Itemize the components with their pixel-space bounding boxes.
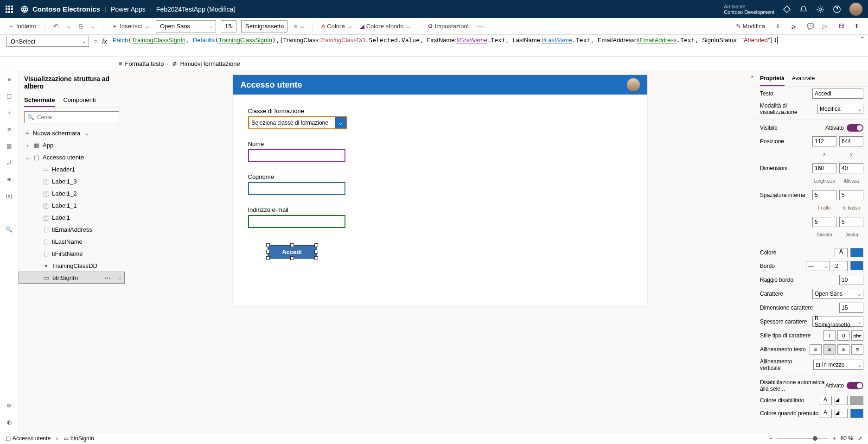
tab-properties[interactable]: Proprietà <box>760 71 785 86</box>
property-select[interactable]: OnSelect <box>6 36 89 47</box>
settings-button[interactable]: ⚙Impostazioni <box>426 22 471 31</box>
border-style-select[interactable]: — <box>806 261 830 271</box>
bell-icon[interactable] <box>799 5 808 13</box>
signin-button[interactable]: Accedi <box>268 245 317 259</box>
pos-y-input[interactable]: 644 <box>839 136 863 146</box>
pad-left-input[interactable]: 5 <box>812 217 836 227</box>
share-icon[interactable]: ⇪ <box>775 23 783 30</box>
user-avatar[interactable] <box>849 3 862 16</box>
zoom-slider[interactable] <box>777 438 828 439</box>
insert-icon[interactable]: ＋ <box>5 108 13 117</box>
email-input[interactable] <box>248 215 345 228</box>
undo-button[interactable]: ↶ <box>51 22 60 31</box>
gear-icon[interactable] <box>816 5 824 13</box>
valign-select[interactable]: ⊟In mezzo <box>813 360 863 370</box>
font-weight-select[interactable]: Semigrassetto <box>241 20 287 32</box>
pressed-fill-swatch[interactable] <box>850 409 863 418</box>
italic-button[interactable]: I <box>823 330 836 341</box>
color-button[interactable]: AColore⌵ <box>319 22 353 31</box>
border-width-input[interactable]: 2 <box>833 261 848 271</box>
radius-input[interactable]: 10 <box>839 275 863 285</box>
font-select[interactable]: Open Sans <box>156 20 216 32</box>
preview-icon[interactable]: ▷ <box>823 23 830 30</box>
tree-item-header[interactable]: ▭Header1 <box>19 163 125 175</box>
tree-item-btn[interactable]: ▭btnSignIn⋯ <box>19 272 125 284</box>
disabled-fill-swatch[interactable] <box>850 396 863 405</box>
bc-control[interactable]: ▭btnSignIn <box>64 435 94 442</box>
fontweight-select[interactable]: B Semigrassetto <box>812 317 863 327</box>
width-input[interactable]: 160 <box>812 163 836 173</box>
visible-toggle[interactable] <box>847 124 863 132</box>
canvas[interactable]: Accesso utente Classe di formazione Sele… <box>233 75 647 306</box>
fit-icon[interactable]: ⤢ <box>858 435 862 442</box>
undo-dropdown[interactable]: ⌵ <box>65 22 72 31</box>
align-justify-button[interactable]: ≣ <box>851 344 863 355</box>
fontsize-input[interactable]: 15 <box>839 303 863 313</box>
prop-text-input[interactable]: Accedi <box>812 89 863 99</box>
paste-dropdown[interactable]: ⌵ <box>89 22 96 31</box>
height-input[interactable]: 40 <box>839 163 863 173</box>
ask-icon[interactable]: ◐ <box>5 418 13 426</box>
comment-icon[interactable]: 💬 <box>807 23 814 30</box>
canvas-expand-icon[interactable]: › <box>751 73 753 80</box>
new-screen-button[interactable]: ＋Nuova schermata⌵ <box>19 127 125 139</box>
autodisable-toggle[interactable] <box>847 382 863 389</box>
more-icon[interactable]: ⋯ <box>104 274 110 281</box>
save-icon[interactable]: 🖫 <box>838 23 846 30</box>
tree-item-tilast[interactable]: ⌷tiLastName <box>19 235 125 247</box>
tree-item-label13[interactable]: ◫Label1_3 <box>19 175 125 187</box>
tree-item-label1[interactable]: ◫Label1 <box>19 211 125 223</box>
tree-item-tiemail[interactable]: ⌷tiEmailAddress <box>19 223 125 235</box>
prop-displaymode-select[interactable]: Modifica <box>817 104 863 114</box>
pad-top-input[interactable]: 5 <box>812 190 836 200</box>
format-text-button[interactable]: ≡Formatta testo <box>119 60 164 67</box>
product-link[interactable]: Power Apps <box>111 6 146 13</box>
lastname-input[interactable] <box>248 182 345 195</box>
insert-button[interactable]: ＋Inserisci⌵ <box>110 21 151 32</box>
variables-icon[interactable]: (x) <box>5 192 13 200</box>
tab-advanced[interactable]: Avanzate <box>792 71 815 86</box>
pressed-icon-swatch[interactable]: ◢ <box>835 409 848 418</box>
tree-item-app[interactable]: ›▦App <box>19 139 125 151</box>
border-color-swatch[interactable] <box>850 261 863 270</box>
fill-color-swatch[interactable] <box>850 248 863 257</box>
diamond-icon[interactable] <box>783 5 791 13</box>
align-button[interactable]: ≡⌵ <box>292 22 306 31</box>
hamburger-icon[interactable]: ≡ <box>5 75 13 83</box>
tree-icon[interactable]: ◫ <box>5 92 13 100</box>
strike-button[interactable]: abc <box>851 330 863 341</box>
pad-right-input[interactable]: 5 <box>839 217 863 227</box>
flow-icon[interactable]: ⇄ <box>5 159 13 167</box>
paste-button[interactable]: ⎘ <box>77 22 84 31</box>
tree-item-label12[interactable]: ◫Label1_2 <box>19 187 125 199</box>
pad-bottom-input[interactable]: 5 <box>839 190 863 200</box>
help-icon[interactable] <box>833 5 841 13</box>
formula-input[interactable]: Patch(TrainingClassSignIn, Defaults(Trai… <box>111 36 857 45</box>
search-input[interactable]: 🔍 <box>24 111 119 123</box>
settings-rail-icon[interactable]: ⚙ <box>5 401 13 410</box>
bc-screen[interactable]: ▢Accesso utente <box>6 435 51 442</box>
tree-item-screen[interactable]: ⌵▢Accesso utente <box>19 151 125 163</box>
advanced-icon[interactable]: ⩨ <box>5 175 13 184</box>
edit-button[interactable]: ✎Modifica <box>734 22 767 31</box>
training-class-dropdown[interactable]: Seleziona classe di formazione⌵ <box>248 116 347 129</box>
font-size-select[interactable]: 15 <box>221 20 236 32</box>
text-color-swatch[interactable]: A <box>835 248 848 257</box>
font-select-prop[interactable]: Open Sans <box>812 289 863 299</box>
environment-picker[interactable]: Ambiente Contoso Development <box>724 4 774 15</box>
search-rail-icon[interactable]: 🔍 <box>5 225 13 234</box>
back-button[interactable]: ←Indietro <box>6 22 38 31</box>
tab-components[interactable]: Componenti <box>63 94 96 107</box>
more-button[interactable]: ⋯ <box>475 22 485 31</box>
align-left-button[interactable]: ≡ <box>810 344 822 355</box>
remove-format-button[interactable]: ≢Rimuovi formattazione <box>172 60 240 67</box>
zoom-in-button[interactable]: + <box>833 435 836 442</box>
bgcolor-button[interactable]: ◢Colore sfondo⌵ <box>358 22 412 31</box>
tree-item-label11[interactable]: ◫Label1_1 <box>19 199 125 211</box>
publish-icon[interactable]: ⬆ <box>854 23 862 30</box>
media-icon[interactable]: ▤ <box>5 142 13 150</box>
pressed-text-swatch[interactable]: A <box>819 409 832 418</box>
monitor-icon[interactable]: ⩾ <box>791 23 798 30</box>
formula-expand-icon[interactable]: ⌃ <box>857 36 868 42</box>
zoom-out-button[interactable]: − <box>769 435 772 442</box>
